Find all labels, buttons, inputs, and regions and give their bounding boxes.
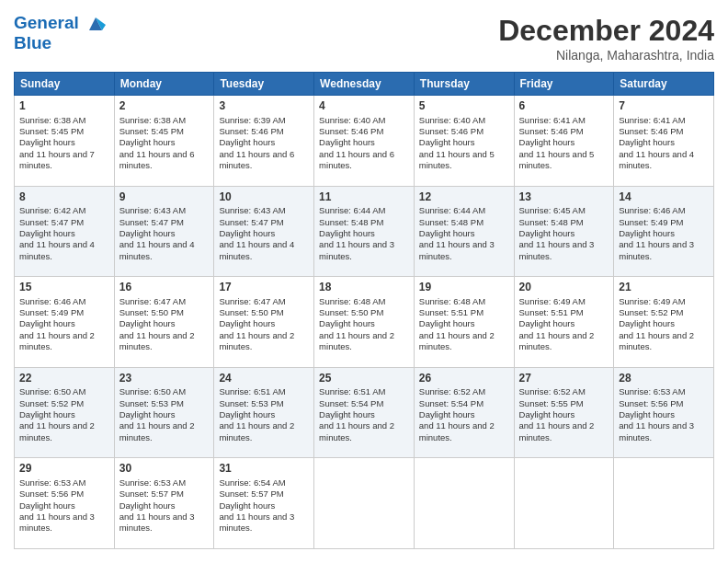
sunrise-label: Sunrise: 6:48 AM (319, 296, 385, 306)
logo-icon (85, 14, 106, 34)
sunrise-label: Sunrise: 6:54 AM (219, 477, 285, 488)
table-row: 16 Sunrise: 6:47 AM Sunset: 5:50 PM Dayl… (114, 277, 214, 368)
day-number: 10 (219, 190, 309, 205)
sunset-label: Sunset: 5:54 PM (419, 398, 483, 408)
sunrise-label: Sunrise: 6:48 AM (419, 296, 485, 306)
calendar-table: Sunday Monday Tuesday Wednesday Thursday… (14, 72, 714, 549)
table-row: 8 Sunrise: 6:42 AM Sunset: 5:47 PM Dayli… (15, 186, 115, 277)
daylight-label: Daylight hours (419, 318, 475, 328)
day-number: 30 (119, 462, 210, 477)
sunset-label: Sunset: 5:46 PM (619, 126, 683, 136)
daylight-label: Daylight hours (519, 318, 575, 328)
table-row (514, 458, 614, 549)
daylight-value: and 11 hours and 4 minutes. (219, 239, 294, 260)
daylight-value: and 11 hours and 3 minutes. (419, 239, 495, 260)
day-number: 15 (19, 281, 109, 295)
daylight-label: Daylight hours (119, 409, 176, 419)
day-number: 1 (19, 99, 109, 114)
table-row: 18 Sunrise: 6:48 AM Sunset: 5:50 PM Dayl… (314, 277, 415, 368)
day-number: 12 (419, 190, 509, 205)
daylight-value: and 11 hours and 2 minutes. (319, 420, 394, 442)
sunrise-label: Sunrise: 6:43 AM (119, 205, 186, 215)
table-row: 9 Sunrise: 6:43 AM Sunset: 5:47 PM Dayli… (114, 186, 214, 277)
table-row (414, 458, 514, 549)
daylight-label: Daylight hours (119, 137, 176, 147)
daylight-value: and 11 hours and 3 minutes. (319, 239, 394, 260)
table-row: 30 Sunrise: 6:53 AM Sunset: 5:57 PM Dayl… (114, 458, 214, 549)
daylight-value: and 11 hours and 2 minutes. (19, 330, 95, 351)
table-row: 23 Sunrise: 6:50 AM Sunset: 5:53 PM Dayl… (114, 367, 214, 458)
daylight-value: and 11 hours and 6 minutes. (219, 149, 294, 170)
daylight-label: Daylight hours (419, 228, 475, 238)
day-number: 5 (419, 99, 509, 114)
daylight-value: and 11 hours and 3 minutes. (19, 511, 95, 533)
day-number: 11 (319, 190, 409, 205)
sunrise-label: Sunrise: 6:44 AM (319, 205, 385, 215)
day-number: 16 (119, 281, 210, 295)
logo-blue: Blue (14, 34, 106, 53)
sunset-label: Sunset: 5:49 PM (619, 217, 683, 227)
table-row: 25 Sunrise: 6:51 AM Sunset: 5:54 PM Dayl… (314, 367, 415, 458)
day-number: 17 (219, 281, 309, 295)
sunset-label: Sunset: 5:51 PM (419, 307, 483, 317)
sunrise-label: Sunrise: 6:39 AM (219, 115, 285, 125)
sunset-label: Sunset: 5:46 PM (219, 126, 283, 136)
daylight-label: Daylight hours (619, 137, 675, 147)
table-row: 22 Sunrise: 6:50 AM Sunset: 5:52 PM Dayl… (15, 367, 115, 458)
daylight-label: Daylight hours (319, 228, 375, 238)
sunset-label: Sunset: 5:48 PM (419, 217, 483, 227)
col-wednesday: Wednesday (314, 73, 415, 96)
day-number: 26 (419, 372, 509, 386)
sunset-label: Sunset: 5:49 PM (19, 307, 84, 317)
month-title: December 2024 (498, 14, 714, 48)
calendar-week-row: 8 Sunrise: 6:42 AM Sunset: 5:47 PM Dayli… (15, 186, 714, 277)
daylight-value: and 11 hours and 2 minutes. (319, 330, 394, 351)
col-monday: Monday (114, 73, 214, 96)
daylight-value: and 11 hours and 2 minutes. (419, 420, 495, 442)
daylight-value: and 11 hours and 3 minutes. (519, 239, 595, 260)
table-row: 26 Sunrise: 6:52 AM Sunset: 5:54 PM Dayl… (414, 367, 514, 458)
day-number: 18 (319, 281, 409, 295)
sunrise-label: Sunrise: 6:40 AM (419, 115, 485, 125)
daylight-value: and 11 hours and 2 minutes. (619, 330, 694, 351)
table-row (314, 458, 415, 549)
sunset-label: Sunset: 5:56 PM (19, 488, 84, 499)
table-row: 14 Sunrise: 6:46 AM Sunset: 5:49 PM Dayl… (614, 186, 714, 277)
daylight-label: Daylight hours (619, 318, 675, 328)
sunrise-label: Sunrise: 6:50 AM (119, 386, 186, 396)
sunrise-label: Sunrise: 6:46 AM (19, 296, 85, 306)
title-section: December 2024 Nilanga, Maharashtra, Indi… (498, 14, 714, 63)
daylight-value: and 11 hours and 4 minutes. (619, 149, 694, 170)
table-row: 11 Sunrise: 6:44 AM Sunset: 5:48 PM Dayl… (314, 186, 415, 277)
sunrise-label: Sunrise: 6:44 AM (419, 205, 485, 215)
sunset-label: Sunset: 5:53 PM (119, 398, 184, 408)
col-saturday: Saturday (614, 73, 714, 96)
sunrise-label: Sunrise: 6:43 AM (219, 205, 285, 215)
sunset-label: Sunset: 5:55 PM (519, 398, 584, 408)
table-row: 20 Sunrise: 6:49 AM Sunset: 5:51 PM Dayl… (514, 277, 614, 368)
daylight-label: Daylight hours (219, 318, 275, 328)
daylight-value: and 11 hours and 6 minutes. (119, 149, 195, 170)
day-number: 6 (519, 99, 609, 114)
daylight-value: and 11 hours and 4 minutes. (119, 239, 195, 260)
sunrise-label: Sunrise: 6:52 AM (419, 386, 485, 396)
daylight-value: and 11 hours and 5 minutes. (519, 149, 595, 170)
daylight-label: Daylight hours (619, 409, 675, 419)
daylight-value: and 11 hours and 3 minutes. (219, 511, 294, 533)
daylight-label: Daylight hours (19, 228, 75, 238)
day-number: 8 (19, 190, 109, 205)
daylight-label: Daylight hours (119, 500, 176, 511)
sunrise-label: Sunrise: 6:40 AM (319, 115, 385, 125)
table-row: 17 Sunrise: 6:47 AM Sunset: 5:50 PM Dayl… (214, 277, 314, 368)
sunrise-label: Sunrise: 6:47 AM (119, 296, 186, 306)
col-tuesday: Tuesday (214, 73, 314, 96)
table-row (614, 458, 714, 549)
sunrise-label: Sunrise: 6:52 AM (519, 386, 586, 396)
sunset-label: Sunset: 5:47 PM (219, 217, 283, 227)
calendar-header-row: Sunday Monday Tuesday Wednesday Thursday… (15, 73, 714, 96)
logo-text: General (14, 14, 106, 34)
calendar-week-row: 22 Sunrise: 6:50 AM Sunset: 5:52 PM Dayl… (15, 367, 714, 458)
sunset-label: Sunset: 5:52 PM (619, 307, 683, 317)
sunset-label: Sunset: 5:46 PM (319, 126, 383, 136)
table-row: 2 Sunrise: 6:38 AM Sunset: 5:45 PM Dayli… (114, 96, 214, 187)
